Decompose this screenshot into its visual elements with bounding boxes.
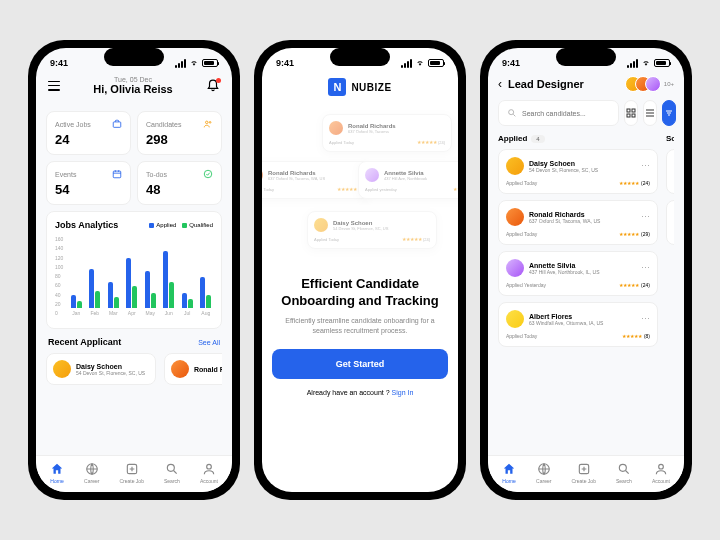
search-input[interactable] [498, 100, 619, 126]
svg-point-8 [207, 464, 212, 469]
subtext: Efficiently streamline candidate onboard… [272, 316, 448, 336]
svg-point-7 [167, 464, 174, 471]
svg-point-2 [209, 122, 211, 124]
applicant-name: Ronald R [194, 366, 222, 373]
list-view-button[interactable] [643, 100, 657, 126]
svg-rect-10 [627, 109, 630, 112]
stat-label: Candidates [146, 121, 181, 128]
tab-create-job[interactable]: Create Job [571, 462, 595, 484]
get-started-button[interactable]: Get Started [272, 349, 448, 379]
tab-search[interactable]: Search [164, 462, 180, 484]
tab-career[interactable]: Career [536, 462, 551, 484]
svg-rect-11 [632, 109, 635, 112]
applicant-card[interactable]: Ronald R [164, 353, 222, 385]
briefcase-icon [112, 119, 122, 129]
column-count: 4 [531, 135, 544, 143]
avatar [506, 310, 524, 328]
candidate-card[interactable]: Annette Silvia437 Hill Ave, Northbrook, … [498, 251, 658, 296]
svg-rect-13 [632, 114, 635, 117]
stat-candidates[interactable]: Candidates 298 [137, 111, 222, 155]
candidate-location: 637 Oxford St, Tacoma, WA, US [529, 218, 600, 224]
stat-label: Active Jobs [55, 121, 91, 128]
sign-in-link[interactable]: Sign In [392, 389, 414, 396]
svg-point-9 [509, 110, 514, 115]
status-time: 9:41 [276, 58, 294, 68]
menu-icon[interactable] [48, 81, 60, 91]
applied-label: Applied Today [506, 231, 537, 237]
analytics-section: Jobs Analytics Applied Qualified 1601401… [46, 211, 222, 329]
column-title: Screening [666, 134, 674, 143]
svg-rect-3 [113, 171, 121, 178]
status-time: 9:41 [50, 58, 68, 68]
candidate-name: Daisy Schoen [529, 160, 598, 167]
candidate-card[interactable]: Daisy Schoen54 Devon St, Florence, SC, U… [498, 149, 658, 194]
rating: ★★★★★(29) [619, 231, 650, 237]
candidate-location: 63 Windfall Ave, Ottumwa, IA, US [529, 320, 603, 326]
status-signals [175, 59, 218, 68]
tab-account[interactable]: Account [652, 462, 670, 484]
check-icon [203, 169, 213, 179]
preview-cards: Ronald Richards637 Oxford St, Tacoma App… [262, 106, 458, 266]
calendar-icon [112, 169, 122, 179]
status-signals [401, 59, 444, 68]
tab-home[interactable]: Home [50, 462, 64, 484]
avatar [506, 208, 524, 226]
stat-value: 24 [55, 132, 122, 147]
stat-label: Events [55, 171, 76, 178]
filter-button[interactable] [662, 100, 676, 126]
tab-create-job[interactable]: Create Job [119, 462, 143, 484]
rating: ★★★★★(8) [622, 333, 650, 339]
tab-search[interactable]: Search [616, 462, 632, 484]
more-icon[interactable]: ⋯ [641, 263, 650, 273]
candidate-card[interactable]: Albert Flores63 Windfall Ave, Ottumwa, I… [498, 302, 658, 347]
back-button[interactable]: ‹ [498, 77, 502, 91]
legend-applied: Applied [149, 222, 176, 228]
candidate-card[interactable]: Ronald Richards637 Oxford St, Tacoma, WA… [498, 200, 658, 245]
stat-value: 54 [55, 182, 122, 197]
page-title: Lead Designer [508, 78, 619, 90]
candidate-location: 54 Devon St, Florence, SC, US [529, 167, 598, 173]
candidate-card[interactable]: Jero13 bApplied Yest [666, 149, 674, 194]
more-icon[interactable]: ⋯ [641, 212, 650, 222]
notification-icon[interactable] [206, 79, 220, 93]
stat-value: 298 [146, 132, 213, 147]
greeting-text: Hi, Olivia Reiss [93, 83, 172, 95]
stat-todos[interactable]: To-dos 48 [137, 161, 222, 205]
candidate-name: Ronald Richards [529, 211, 600, 218]
svg-rect-12 [627, 114, 630, 117]
more-icon[interactable]: ⋯ [641, 314, 650, 324]
grid-view-button[interactable] [624, 100, 638, 126]
avatar [53, 360, 71, 378]
recent-title: Recent Applicant [48, 337, 121, 347]
applicant-location: 54 Devon St, Florence, SC, US [76, 370, 145, 376]
candidate-location: 437 Hill Ave, Northbrook, IL, US [529, 269, 600, 275]
tab-career[interactable]: Career [84, 462, 99, 484]
candidate-card[interactable]: Broo872Applied T [666, 200, 674, 245]
svg-point-1 [206, 121, 209, 124]
svg-point-17 [659, 464, 664, 469]
brand-logo: N NUBIZE [272, 78, 448, 96]
avatar-group[interactable]: 10+ [625, 76, 674, 92]
sign-in-prompt: Already have an account ? Sign In [272, 389, 448, 396]
tab-home[interactable]: Home [502, 462, 516, 484]
stat-value: 48 [146, 182, 213, 197]
svg-point-4 [204, 170, 212, 178]
users-icon [203, 119, 213, 129]
date-text: Tue, 05 Dec [93, 76, 172, 83]
candidate-name: Albert Flores [529, 313, 603, 320]
svg-rect-0 [113, 122, 121, 127]
tab-account[interactable]: Account [200, 462, 218, 484]
applicant-card[interactable]: Daisy Schoen54 Devon St, Florence, SC, U… [46, 353, 156, 385]
headline: Efficient Candidate Onboarding and Track… [272, 276, 448, 310]
applied-label: Applied Yesterday [506, 282, 546, 288]
candidate-name: Annette Silvia [529, 262, 600, 269]
legend-qualified: Qualified [182, 222, 213, 228]
avatar [506, 259, 524, 277]
more-icon[interactable]: ⋯ [641, 161, 650, 171]
column-title: Applied [498, 134, 527, 143]
stat-events[interactable]: Events 54 [46, 161, 131, 205]
svg-point-16 [619, 464, 626, 471]
see-all-link[interactable]: See All [198, 339, 220, 346]
avatar [171, 360, 189, 378]
stat-active-jobs[interactable]: Active Jobs 24 [46, 111, 131, 155]
